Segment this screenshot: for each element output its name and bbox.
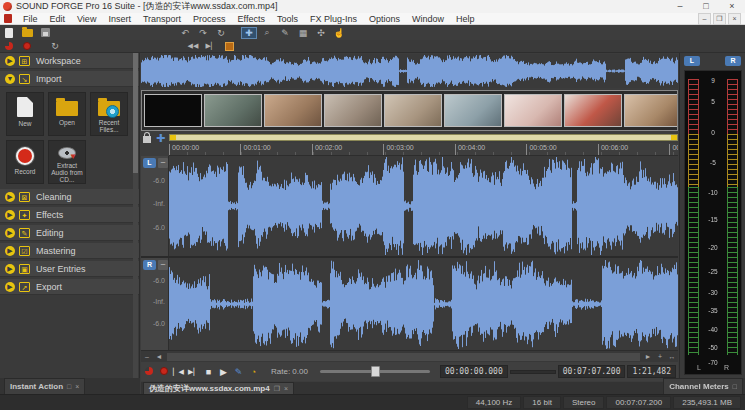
action-open[interactable]: Open — [48, 92, 86, 136]
record-transport-button[interactable] — [156, 367, 171, 377]
right-channel-waveform[interactable] — [169, 258, 678, 350]
rate-slider-handle[interactable] — [371, 366, 380, 377]
rate-slider[interactable] — [320, 370, 430, 373]
maximize-button[interactable]: □ — [693, 0, 719, 13]
sidebar-section-effects[interactable]: ▶✦Effects — [0, 207, 139, 223]
video-thumbnail[interactable] — [444, 94, 502, 127]
zoom-out-time-icon[interactable]: – — [141, 353, 153, 360]
sidebar-section-workspace[interactable]: ▶⊞Workspace — [0, 53, 139, 69]
new-file-button[interactable] — [1, 27, 17, 39]
horizontal-scrollbar[interactable]: – ◄ ► + ↔ — [141, 350, 678, 362]
edit-tool-button[interactable]: ✚ — [241, 27, 257, 39]
mdi-close-button[interactable]: × — [728, 13, 741, 25]
close-button[interactable]: × — [719, 0, 745, 13]
sidebar-section-import[interactable]: ▼↘Import — [0, 71, 139, 87]
menu-item-file[interactable]: File — [17, 13, 44, 25]
open-file-button[interactable] — [19, 27, 35, 39]
zoom-selection-icon[interactable]: ↔ — [666, 353, 678, 360]
channel-meters-tab[interactable]: Channel Meters □ — [663, 378, 743, 394]
action-new[interactable]: New — [6, 92, 44, 136]
lock-icon[interactable] — [143, 136, 151, 143]
minimize-button[interactable]: – — [667, 0, 693, 13]
overview-waveform[interactable] — [141, 54, 678, 88]
magnify-tool-button[interactable]: ⌕ — [259, 27, 275, 39]
undo-button[interactable]: ↶ — [177, 27, 193, 39]
chevron-right-icon[interactable]: ▶ — [5, 210, 15, 220]
zoom-in-time-icon[interactable]: + — [654, 353, 666, 360]
scrollbar-thumb[interactable] — [167, 353, 640, 361]
chevron-right-icon[interactable]: ▶ — [5, 192, 15, 202]
channel-minimize-button[interactable]: – — [158, 260, 168, 270]
menu-item-options[interactable]: Options — [363, 13, 406, 25]
close-panel-icon[interactable]: × — [75, 383, 79, 390]
meter-left-button[interactable]: L — [684, 56, 700, 66]
float-panel-icon[interactable]: □ — [67, 383, 71, 390]
video-thumbnail[interactable] — [264, 94, 322, 127]
selection-bar[interactable] — [169, 134, 678, 141]
channel-minimize-button[interactable]: – — [158, 158, 168, 168]
play-normal-button[interactable]: ✎ — [231, 367, 246, 377]
menu-item-fx-plug-ins[interactable]: FX Plug-Ins — [304, 13, 363, 25]
video-thumbnail[interactable] — [324, 94, 382, 127]
left-channel-waveform[interactable] — [169, 156, 678, 256]
time-ruler[interactable]: 00:00:0000:01:0000:02:0000:03:0000:04:00… — [169, 143, 678, 156]
menu-item-window[interactable]: Window — [406, 13, 450, 25]
action-recent-files[interactable]: Recent Files... — [90, 92, 128, 136]
sidebar-section-cleaning[interactable]: ▶⊠Cleaning — [0, 189, 139, 205]
sidebar-section-mastering[interactable]: ▶☑Mastering — [0, 243, 139, 259]
mdi-minimize-button[interactable]: – — [698, 13, 711, 25]
menu-item-transport[interactable]: Transport — [137, 13, 187, 25]
redo-button[interactable]: ↷ — [195, 27, 211, 39]
video-strip[interactable] — [141, 90, 678, 131]
chevron-right-icon[interactable]: ▶ — [5, 56, 15, 66]
chevron-right-icon[interactable]: ▶ — [5, 282, 15, 292]
go-to-end-button[interactable]: ▶▏ — [203, 40, 219, 52]
save-button[interactable] — [37, 27, 53, 39]
sidebar-section-user-entries[interactable]: ▶▣User Entries — [0, 261, 139, 277]
record-remote-transport-button[interactable] — [141, 367, 156, 377]
restore-document-icon[interactable]: ❐ — [274, 385, 280, 393]
video-thumbnail[interactable] — [384, 94, 442, 127]
video-thumbnail[interactable] — [564, 94, 622, 127]
channel-r-button[interactable]: R — [143, 260, 156, 270]
close-document-icon[interactable]: × — [284, 385, 288, 392]
go-to-end-transport-button[interactable]: ▶▏ — [186, 368, 201, 376]
menu-item-process[interactable]: Process — [187, 13, 232, 25]
action-record[interactable]: Record — [6, 140, 44, 184]
document-tab[interactable]: 伪造的安详www.ssdax.com.mp4 ❐ × — [143, 382, 294, 394]
scroll-right-icon[interactable]: ► — [642, 353, 654, 360]
menu-item-view[interactable]: View — [71, 13, 102, 25]
menu-item-tools[interactable]: Tools — [271, 13, 304, 25]
chevron-right-icon[interactable]: ▶ — [5, 264, 15, 274]
sidebar-section-export[interactable]: ▶↗Export — [0, 279, 139, 295]
video-thumbnail[interactable] — [144, 94, 202, 127]
event-locator-button[interactable] — [221, 40, 237, 52]
sidebar-section-editing[interactable]: ▶✎Editing — [0, 225, 139, 241]
menu-item-effects[interactable]: Effects — [232, 13, 271, 25]
video-thumbnail[interactable] — [204, 94, 262, 127]
record-remote-button[interactable] — [1, 40, 17, 52]
video-thumbnail[interactable] — [624, 94, 678, 127]
sidebar-scrollbar[interactable] — [133, 53, 138, 378]
video-thumbnail[interactable] — [504, 94, 562, 127]
repeat-button[interactable]: ↻ — [213, 27, 229, 39]
chevron-right-icon[interactable]: ▶ — [5, 228, 15, 238]
chevron-right-icon[interactable]: ▶ — [5, 246, 15, 256]
play-plugin-button[interactable]: ◔ — [246, 367, 261, 377]
menu-item-insert[interactable]: Insert — [102, 13, 137, 25]
stop-button[interactable]: ■ — [201, 367, 216, 377]
mdi-restore-button[interactable]: ❐ — [713, 13, 726, 25]
play-button[interactable]: ▶ — [216, 367, 231, 377]
instant-action-tab[interactable]: Instant Action □ × — [4, 378, 85, 394]
envelope-tool-button[interactable]: ✣ — [313, 27, 329, 39]
float-meters-icon[interactable]: □ — [733, 383, 737, 390]
go-to-start-button[interactable]: ◀◀ — [185, 40, 201, 52]
channel-l-button[interactable]: L — [143, 158, 156, 168]
selection-start-handle[interactable] — [170, 135, 176, 140]
go-to-start-transport-button[interactable]: ▏◀ — [171, 368, 186, 376]
menu-item-edit[interactable]: Edit — [44, 13, 72, 25]
scroll-left-icon[interactable]: ◄ — [153, 353, 165, 360]
record-button[interactable] — [19, 40, 35, 52]
selection-end-handle[interactable] — [671, 135, 677, 140]
action-extract-audio-from-cd[interactable]: Extract Audio from CD... — [48, 140, 86, 184]
